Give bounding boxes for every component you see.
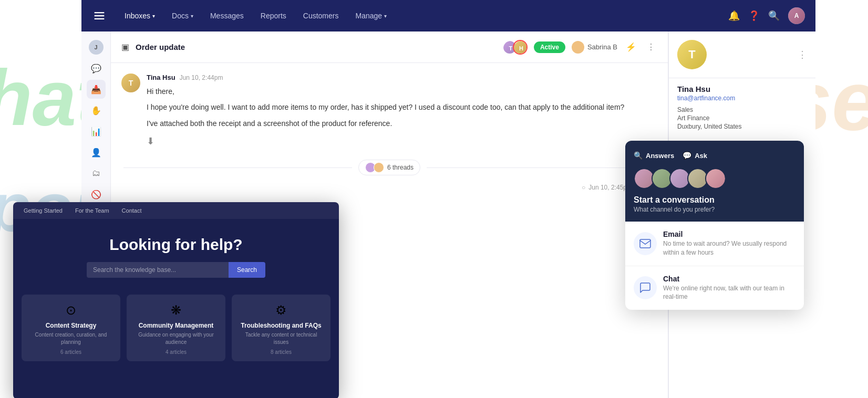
help-center-overlay: Getting Started For the Team Contact Loo… (13, 202, 339, 398)
sidebar-inbox-icon[interactable]: 📥 (87, 80, 106, 99)
nav-item-manage[interactable]: Manage ▾ (348, 8, 394, 23)
conv-header: ▣ Order update T H Active Sabrina B ⚡ (111, 32, 668, 63)
help-cat-icon-1: ⊙ (28, 303, 114, 318)
sidebar-chat-icon[interactable]: 💬 (87, 59, 106, 78)
widget-header: 🔍 Answers 💬 Ask Sta (625, 141, 804, 222)
user-avatar[interactable]: A (788, 7, 805, 24)
help-search-button[interactable]: Search (229, 262, 265, 278)
help-nav-getting-started[interactable]: Getting Started (24, 207, 63, 214)
widget-cta-sub: What channel do you prefer? (634, 206, 795, 213)
sidebar-avatar-icon[interactable]: J (87, 38, 106, 57)
help-search-input[interactable] (87, 262, 229, 278)
widget-av-img-1 (635, 169, 654, 188)
message-outgoing: ○ Jun 10, 2:45pm (121, 184, 657, 203)
sidebar-avatar: J (89, 40, 104, 55)
notification-icon[interactable]: 🔔 (728, 10, 740, 22)
help-nav-contact[interactable]: Contact (122, 207, 142, 214)
sidebar-block-icon[interactable]: 🚫 (87, 185, 106, 204)
widget-option-email[interactable]: Email No time to wait around? We usually… (625, 222, 804, 266)
thread-badge[interactable]: 6 threads (358, 160, 420, 175)
widget-option-email-text: Email No time to wait around? We usually… (663, 230, 795, 257)
nav-item-messages[interactable]: Messages (203, 8, 251, 23)
help-cat-desc-2: Guidance on engaging with your audience (133, 331, 219, 346)
active-status-badge[interactable]: Active (534, 41, 565, 53)
nav-item-docs[interactable]: Docs ▾ (164, 8, 201, 23)
agent-avatar (572, 41, 584, 54)
more-options-icon[interactable]: ⋮ (645, 40, 657, 54)
attachment-icon[interactable]: ⬇ (147, 135, 657, 147)
help-nav: Getting Started For the Team Contact (13, 202, 339, 219)
help-cat-title-1: Content Strategy (28, 322, 114, 329)
contact-name: Tina Hsu (677, 85, 807, 93)
contact-location: Duxbury, United States (677, 123, 807, 130)
message-tina: T Tina Hsu Jun 10, 2:44pm Hi there, I ho… (121, 74, 657, 147)
widget-av-5 (705, 168, 726, 189)
help-cat-title-3: Troubleshooting and FAQs (238, 322, 324, 329)
widget-tab-ask[interactable]: 💬 Ask (683, 151, 707, 160)
widget-av-img-4 (688, 169, 707, 188)
sidebar-person-icon[interactable]: 👤 (87, 143, 106, 162)
widget-option-chat-text: Chat We're online right now, talk with o… (663, 275, 795, 302)
navbar-nav: Inboxes ▾ Docs ▾ Messages Reports Custom… (117, 8, 728, 23)
nav-item-inboxes[interactable]: Inboxes ▾ (117, 8, 162, 23)
widget-options: Email No time to wait around? We usually… (625, 222, 804, 310)
contact-avatar-large: T (677, 40, 707, 69)
nav-item-reports[interactable]: Reports (253, 8, 294, 23)
contact-department: Sales (677, 106, 807, 113)
tina-face: T (121, 74, 140, 92)
lightning-icon[interactable]: ⚡ (624, 40, 638, 54)
widget-av-img-2 (653, 169, 671, 188)
thread-avatars (365, 162, 384, 173)
help-cat-troubleshooting[interactable]: ⚙ Troubleshooting and FAQs Tackle any co… (232, 295, 330, 361)
msg-header: Tina Hsu Jun 10, 2:44pm (147, 74, 657, 81)
search-tab-icon: 🔍 (634, 151, 643, 160)
help-cat-desc-1: Content creation, curation, and planning (28, 331, 114, 346)
email-option-title: Email (663, 230, 795, 238)
conv-avatar-2: H (513, 40, 528, 55)
help-hero: Looking for help? Search (13, 219, 339, 288)
help-cat-icon-3: ⚙ (238, 303, 324, 318)
msg-out-status-icon: ○ (582, 184, 585, 191)
widget-tab-answers[interactable]: 🔍 Answers (634, 151, 674, 160)
help-cat-count-2: 4 articles (133, 349, 219, 355)
deco-hat-text: hat (0, 53, 81, 143)
help-cat-title-2: Community Management (133, 322, 219, 329)
sidebar-chart-icon[interactable]: 📊 (87, 122, 106, 141)
right-panel-header: T ⋮ (669, 32, 815, 78)
help-nav-for-team[interactable]: For the Team (75, 207, 109, 214)
conv-header-avatars: T H (502, 40, 528, 55)
search-icon[interactable]: 🔍 (768, 10, 780, 22)
help-categories: ⊙ Content Strategy Content creation, cur… (13, 288, 339, 361)
widget-av-img-5 (706, 169, 725, 188)
help-cat-icon-2: ❋ (133, 303, 219, 318)
sidebar-archive-icon[interactable]: 🗂 (87, 164, 106, 183)
inboxes-chevron-icon: ▾ (152, 13, 155, 19)
help-cat-content-strategy[interactable]: ⊙ Content Strategy Content creation, cur… (22, 295, 120, 361)
help-title: Looking for help? (24, 236, 328, 254)
msg-out-content: ○ Jun 10, 2:45pm (582, 184, 632, 193)
widget-cta-title: Start a conversation (634, 195, 795, 205)
sidebar-hand-icon[interactable]: ✋ (87, 101, 106, 120)
help-cat-count-1: 6 articles (28, 349, 114, 355)
widget-option-chat[interactable]: Chat We're online right now, talk with o… (625, 266, 804, 310)
help-cat-count-3: 8 articles (238, 349, 324, 355)
navbar-logo[interactable] (92, 8, 107, 23)
widget-av-img-3 (670, 169, 689, 188)
right-panel-more-icon[interactable]: ⋮ (798, 49, 807, 60)
email-option-desc: No time to wait around? We usually respo… (663, 239, 795, 257)
conv-type-icon: ▣ (121, 42, 129, 52)
help-cat-community[interactable]: ❋ Community Management Guidance on engag… (127, 295, 225, 361)
help-icon[interactable]: ❓ (748, 10, 760, 22)
contact-email[interactable]: tina@artfinance.com (677, 95, 807, 102)
help-cat-desc-3: Tackle any content or technical issues (238, 331, 324, 346)
msg-avatar-tina: T (121, 74, 140, 92)
msg-sender-name: Tina Hsu (147, 74, 175, 81)
nav-item-customers[interactable]: Customers (296, 8, 346, 23)
thread-separator: 6 threads (121, 160, 657, 175)
chat-widget-overlay: 🔍 Answers 💬 Ask Sta (625, 141, 804, 310)
help-search-row: Search (87, 262, 265, 278)
msg-text: Hi there, I hope you're doing well. I wa… (147, 86, 657, 129)
chat-tab-icon: 💬 (683, 151, 691, 160)
agent-badge[interactable]: Sabrina B (572, 41, 617, 54)
sep-line-right (427, 167, 655, 168)
